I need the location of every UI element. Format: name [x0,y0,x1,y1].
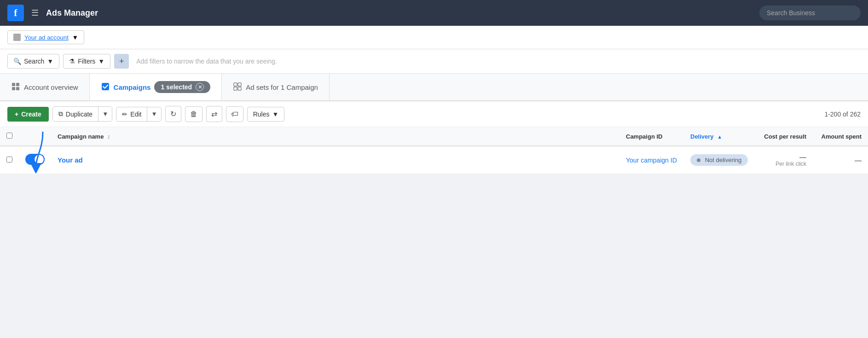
account-dropdown-icon: ▼ [72,34,78,41]
svg-rect-0 [12,83,15,86]
create-label: Create [21,111,41,118]
selected-badge-close[interactable]: ✕ [196,83,204,91]
edit-split-button: ✏ Edit ▼ [116,107,161,122]
tab-account-overview[interactable]: Account overview [0,74,90,100]
campaign-id-label: Campaign ID [626,133,662,140]
amount-spent-header[interactable]: Amount spent [813,127,868,146]
rules-label: Rules [253,111,270,118]
account-selector[interactable]: Your ad account ▼ [7,30,84,44]
nav-title: Ads Manager [46,8,752,18]
campaigns-check-icon [101,82,110,93]
campaign-id-header[interactable]: Campaign ID [619,127,684,146]
campaign-id-value: Your campaign ID [626,157,677,164]
tabs-bar: Account overview Campaigns 1 selected ✕ … [0,74,868,101]
filters-label: Filters [78,58,95,65]
select-all-checkbox[interactable] [6,133,12,139]
edit-label: Edit [130,111,141,118]
delete-button[interactable]: 🗑 [185,106,203,122]
account-bar: Your ad account ▼ [0,26,868,49]
filters-dropdown-icon: ▼ [98,58,104,65]
selected-badge: 1 selected ✕ [154,81,210,93]
svg-rect-5 [234,83,237,86]
create-button[interactable]: + Create [7,107,49,122]
delivery-header[interactable]: Delivery ▲ [684,127,758,146]
table-row: Your ad Your campaign ID Not delivering … [0,146,868,174]
create-plus-icon: + [15,111,18,118]
plus-icon: + [119,57,124,66]
hamburger-icon[interactable]: ☰ [31,8,39,18]
svg-rect-7 [234,87,237,90]
trash-icon: 🗑 [190,110,197,118]
ad-sets-icon [233,82,242,93]
campaign-name-value[interactable]: Your ad [58,156,83,164]
tab-ad-sets[interactable]: Ad sets for 1 Campaign [222,74,330,100]
fb-logo-letter: f [14,7,17,19]
account-icon [13,34,21,41]
filter-icon: ⚗ [69,58,75,65]
toggle-knob [35,155,44,164]
amount-spent-value: — [855,156,862,164]
filters-button[interactable]: ⚗ Filters ▼ [63,54,110,69]
row-checkbox[interactable] [6,157,12,163]
refresh-icon: ↻ [170,110,176,118]
main-content: + Create ⧉ Duplicate ▼ ✏ Edit ▼ ↻ 🗑 ⇄ [0,101,868,174]
select-all-header [0,127,19,146]
toolbar: + Create ⧉ Duplicate ▼ ✏ Edit ▼ ↻ 🗑 ⇄ [0,101,868,127]
cost-per-result-value: — [764,153,806,161]
edit-button[interactable]: ✏ Edit [116,107,147,121]
search-button[interactable]: 🔍 Search ▼ [7,54,59,69]
search-icon: 🔍 [13,58,21,65]
toggle-header [19,127,51,146]
pagination-info: 1-200 of 262 [824,111,861,118]
rules-dropdown-icon: ▼ [272,111,278,118]
duplicate-button[interactable]: ⧉ Duplicate [53,107,98,121]
campaign-name-label: Campaign name [58,133,104,140]
amount-spent-cell: — [813,146,868,174]
search-business-input[interactable] [759,6,861,20]
campaign-toggle[interactable] [25,154,45,165]
account-overview-icon [11,82,20,93]
search-dropdown-icon: ▼ [47,58,53,65]
status-dot [697,158,700,162]
row-checkbox-cell [0,146,19,174]
cost-per-result-sub: Per link click [764,161,806,167]
campaign-name-sort-icon: ↕ [107,133,110,140]
filter-bar: 🔍 Search ▼ ⚗ Filters ▼ + Add filters to … [0,49,868,74]
selected-badge-text: 1 selected [161,83,192,91]
delivery-status-badge: Not delivering [690,154,748,166]
duplicate-label: Duplicate [66,111,93,118]
delivery-status-text: Not delivering [705,157,742,163]
account-overview-label: Account overview [24,83,78,91]
cost-per-result-header[interactable]: Cost per result [758,127,813,146]
rules-button[interactable]: Rules ▼ [247,107,285,122]
refresh-button[interactable]: ↻ [165,106,181,122]
duplicate-dropdown-button[interactable]: ▼ [98,107,112,121]
search-label: Search [24,58,44,65]
tag-button[interactable]: 🏷 [226,106,243,122]
tab-campaigns[interactable]: Campaigns 1 selected ✕ [90,74,222,101]
edit-dropdown-button[interactable]: ▼ [147,107,161,121]
export-button[interactable]: ⇄ [206,106,222,122]
account-selector-text: Your ad account [24,34,69,41]
campaign-name-header[interactable]: Campaign name ↕ [51,127,619,146]
cost-per-result-label: Cost per result [764,133,806,140]
filter-hint: Add filters to narrow the data that you … [136,58,277,65]
edit-icon: ✏ [122,111,127,118]
campaigns-table: Campaign name ↕ Campaign ID Delivery ▲ C… [0,127,868,174]
top-nav: f ☰ Ads Manager [0,0,868,26]
campaign-name-cell: Your ad [51,146,619,174]
ad-sets-label: Ad sets for 1 Campaign [246,83,318,91]
svg-rect-6 [238,83,241,86]
duplicate-split-button: ⧉ Duplicate ▼ [52,106,113,122]
amount-spent-label: Amount spent [822,133,862,140]
delivery-sort-icon: ▲ [717,134,722,140]
export-icon: ⇄ [211,110,217,118]
add-filter-button[interactable]: + [114,54,129,69]
tag-icon: 🏷 [231,110,238,118]
row-toggle-cell [19,146,51,174]
cost-per-result-cell: — Per link click [758,146,813,174]
svg-rect-1 [16,83,19,86]
svg-rect-8 [238,87,241,90]
campaigns-label: Campaigns [114,83,151,91]
delivery-label: Delivery [690,133,714,140]
